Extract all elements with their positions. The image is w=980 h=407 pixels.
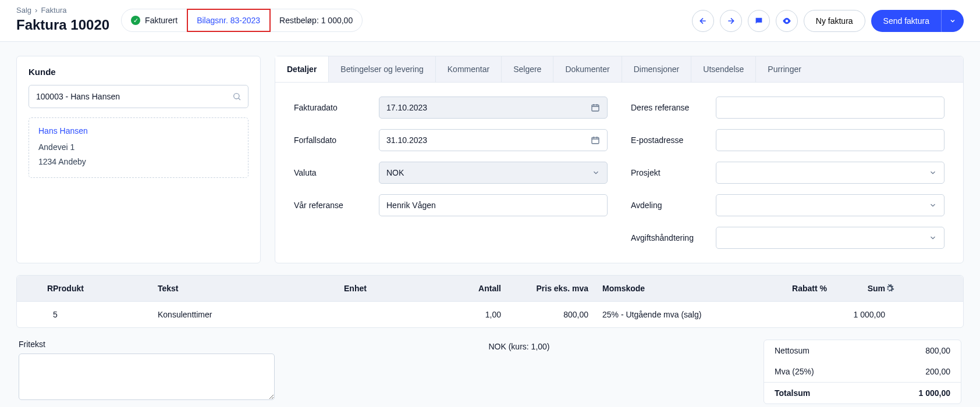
new-invoice-label: Ny faktura xyxy=(816,16,853,26)
total-sum: Totalsum 1 000,00 xyxy=(764,382,961,404)
forfallsdato-label: Forfallsdato xyxy=(294,135,370,145)
breadcrumb-title-block: Salg › Faktura Faktura 10020 xyxy=(16,6,109,33)
table-settings-button[interactable] xyxy=(885,284,903,293)
breadcrumb-root[interactable]: Salg xyxy=(16,6,31,15)
th-enhet: Enhet xyxy=(344,284,443,293)
arrow-right-icon xyxy=(726,16,736,26)
tab-purringer[interactable]: Purringer xyxy=(756,56,813,82)
forfallsdato-value: 31.10.2023 xyxy=(386,135,427,145)
back-button[interactable] xyxy=(692,10,714,32)
customer-search-wrap xyxy=(29,85,248,108)
deresref-label: Deres referanse xyxy=(631,103,706,112)
page-title: Faktura 10020 xyxy=(16,17,109,33)
th-sum: Sum xyxy=(827,284,885,293)
topbar-right: Ny faktura Send faktura xyxy=(692,10,964,32)
eye-icon xyxy=(782,16,792,26)
mva-label: Mva (25%) xyxy=(775,367,814,376)
field-valuta: Valuta NOK xyxy=(294,162,608,184)
tab-detaljer[interactable]: Detaljer xyxy=(275,56,329,82)
freetext-label: Fritekst xyxy=(19,340,275,349)
th-tekst: Tekst xyxy=(158,284,344,293)
avdeling-label: Avdeling xyxy=(631,201,706,210)
table-header: R Produkt Tekst Enhet Antall Pris eks. m… xyxy=(17,276,963,302)
avgift-select[interactable] xyxy=(716,227,945,249)
bilagsnr-segment[interactable]: Bilagsnr. 83-2023 xyxy=(187,9,270,31)
cell-produkt: 5 xyxy=(53,310,158,319)
new-invoice-button[interactable]: Ny faktura xyxy=(804,10,865,32)
tab-betingelser[interactable]: Betingelser og levering xyxy=(329,56,435,82)
tabs: Detaljer Betingelser og levering Komment… xyxy=(275,56,963,83)
varref-input[interactable]: Henrik Vågen xyxy=(379,194,608,216)
field-fakturadato: Fakturadato 17.10.2023 xyxy=(294,97,608,119)
customer-search-input[interactable] xyxy=(29,85,248,108)
field-forfallsdato: Forfallsdato 31.10.2023 xyxy=(294,129,608,151)
mva-value: 200,00 xyxy=(925,367,950,376)
valuta-select[interactable]: NOK xyxy=(379,162,608,184)
epost-input[interactable] xyxy=(716,129,945,151)
valuta-label: Valuta xyxy=(294,168,370,177)
status-badge-row: ✓ Fakturert Bilagsnr. 83-2023 Restbeløp:… xyxy=(121,9,363,32)
send-invoice-button[interactable]: Send faktura xyxy=(871,10,942,32)
tab-selgere[interactable]: Selgere xyxy=(502,56,553,82)
chevron-down-icon xyxy=(929,234,937,242)
kurs-label: NOK (kurs: 1,00) xyxy=(286,340,752,351)
topbar: Salg › Faktura Faktura 10020 ✓ Fakturert… xyxy=(0,0,980,42)
row-cards: Kunde Hans Hansen Andevei 1 1234 Andeby … xyxy=(16,56,964,263)
bottom-row: Fritekst NOK (kurs: 1,00) Nettosum 800,0… xyxy=(16,340,964,404)
th-r: R xyxy=(24,284,53,293)
forward-button[interactable] xyxy=(720,10,742,32)
send-invoice-split: Send faktura xyxy=(871,10,964,32)
calendar-icon xyxy=(591,103,600,112)
comment-button[interactable] xyxy=(748,10,770,32)
details-col-right: Deres referanse E-postadresse Prosjekt xyxy=(631,97,945,249)
search-icon xyxy=(232,92,242,101)
field-avgift: Avgiftshåndtering xyxy=(631,227,945,249)
content: Kunde Hans Hansen Andevei 1 1234 Andeby … xyxy=(0,42,980,407)
valuta-value: NOK xyxy=(386,168,404,177)
details-col-left: Fakturadato 17.10.2023 Forfallsdato 31.1… xyxy=(294,97,608,249)
customer-card: Kunde Hans Hansen Andevei 1 1234 Andeby xyxy=(16,56,261,263)
details-card: Detaljer Betingelser og levering Komment… xyxy=(275,56,964,263)
send-invoice-dropdown[interactable] xyxy=(942,10,964,32)
preview-button[interactable] xyxy=(776,10,798,32)
restbelop-label: Restbeløp: 1 000,00 xyxy=(279,16,353,25)
cell-tekst: Konsulenttimer xyxy=(158,310,344,319)
total-value: 1 000,00 xyxy=(919,388,951,398)
table-row[interactable]: 5 Konsulenttimer 1,00 800,00 25% - Utgåe… xyxy=(17,302,963,327)
restbelop-segment: Restbeløp: 1 000,00 xyxy=(270,9,362,31)
forfallsdato-input[interactable]: 31.10.2023 xyxy=(379,129,608,151)
total-label: Totalsum xyxy=(775,388,810,398)
status-label: Fakturert xyxy=(145,16,177,25)
chevron-down-icon xyxy=(949,17,956,24)
avdeling-select[interactable] xyxy=(716,194,945,216)
tab-kommentar[interactable]: Kommentar xyxy=(436,56,502,82)
epost-label: E-postadresse xyxy=(631,135,706,145)
th-antall: Antall xyxy=(443,284,501,293)
calendar-icon xyxy=(591,135,600,145)
freetext-textarea[interactable] xyxy=(19,354,275,400)
prosjekt-select[interactable] xyxy=(716,162,945,184)
arrow-left-icon xyxy=(698,16,708,26)
th-pris: Pris eks. mva xyxy=(501,284,588,293)
cell-sum: 1 000,00 xyxy=(827,310,885,319)
deresref-input[interactable] xyxy=(716,97,945,119)
bilagsnr-label: Bilagsnr. 83-2023 xyxy=(197,16,260,25)
netto-label: Nettosum xyxy=(775,346,809,355)
fakturadato-value: 17.10.2023 xyxy=(386,103,427,112)
varref-value: Henrik Vågen xyxy=(386,201,436,210)
tab-dokumenter[interactable]: Dokumenter xyxy=(553,56,622,82)
tab-dimensjoner[interactable]: Dimensjoner xyxy=(622,56,692,82)
lines-table: R Produkt Tekst Enhet Antall Pris eks. m… xyxy=(16,275,964,328)
gear-icon xyxy=(885,284,894,293)
freetext-block: Fritekst xyxy=(19,340,275,402)
total-mva: Mva (25%) 200,00 xyxy=(764,361,961,382)
tab-utsendelse[interactable]: Utsendelse xyxy=(691,56,756,82)
customer-name-link[interactable]: Hans Hansen xyxy=(38,126,239,135)
prosjekt-label: Prosjekt xyxy=(631,168,706,177)
breadcrumb-page[interactable]: Faktura xyxy=(41,6,66,15)
check-icon: ✓ xyxy=(131,16,140,25)
fakturadato-input[interactable]: 17.10.2023 xyxy=(379,97,608,119)
field-epost: E-postadresse xyxy=(631,129,945,151)
cell-antall: 1,00 xyxy=(443,310,501,319)
customer-addr2: 1234 Andeby xyxy=(38,155,239,169)
